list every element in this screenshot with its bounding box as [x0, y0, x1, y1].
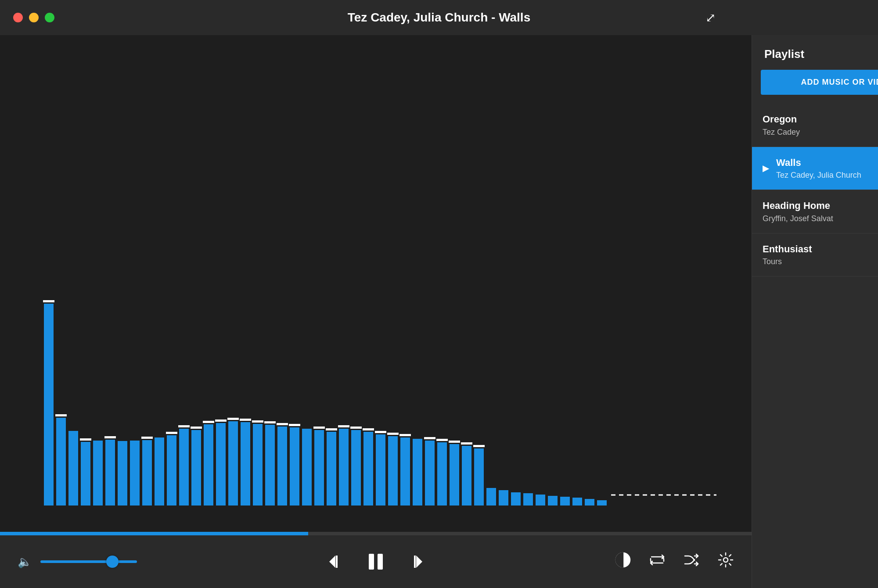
playlist-item-info: EnthusiastTours: [763, 243, 878, 267]
bar-32: [437, 442, 447, 506]
playlist-header: Playlist: [752, 35, 878, 70]
bar-38: [511, 492, 521, 506]
bar-6: [118, 441, 127, 506]
bar-39: [523, 493, 533, 506]
bar-marker: [399, 434, 411, 436]
bar-7: [130, 441, 140, 506]
theme-button[interactable]: [615, 552, 631, 572]
expand-icon[interactable]: ⤢: [705, 11, 716, 25]
player-area: 🔈: [0, 35, 752, 588]
bar-marker: [387, 433, 399, 435]
volume-slider[interactable]: [40, 560, 137, 563]
svg-marker-1: [329, 556, 335, 568]
bar-26: [363, 432, 373, 506]
add-music-button[interactable]: ADD MUSIC OR VIDEOS: [761, 70, 878, 95]
playlist-item-1[interactable]: OregonTez Cadey✕: [752, 104, 878, 147]
bar-marker: [166, 432, 177, 434]
bar-37: [499, 490, 508, 506]
bar-16: [241, 422, 250, 506]
bar-marker: [203, 421, 214, 423]
progress-bar[interactable]: [0, 532, 752, 535]
bar-12: [191, 430, 201, 506]
bar-24: [339, 429, 349, 506]
maximize-button[interactable]: [45, 13, 54, 22]
volume-icon[interactable]: 🔈: [18, 555, 32, 569]
bar-34: [462, 446, 471, 506]
bar-28: [388, 436, 398, 506]
bar-marker: [178, 425, 190, 427]
playlist-sidebar: Playlist ADD MUSIC OR VIDEOS OregonTez C…: [752, 35, 878, 588]
bar-44: [585, 499, 594, 506]
svg-rect-3: [369, 554, 374, 570]
bar-23: [327, 432, 336, 506]
playlist-item-title: Enthusiast: [763, 243, 878, 256]
bar-10: [167, 435, 176, 506]
bar-marker: [227, 418, 239, 420]
bar-marker: [215, 419, 227, 422]
right-controls: [615, 552, 734, 572]
playlist-items: OregonTez Cadey✕▶WallsTez Cadey, Julia C…: [752, 104, 878, 588]
playlist-item-title: Oregon: [763, 113, 878, 126]
bar-36: [486, 488, 496, 506]
bar-marker: [363, 428, 374, 430]
bar-marker: [80, 438, 91, 441]
bar-29: [400, 437, 410, 506]
pause-button[interactable]: [366, 552, 385, 571]
bar-30: [413, 439, 422, 506]
bar-21: [302, 429, 312, 506]
controls-bar: 🔈: [0, 535, 752, 588]
svg-rect-2: [336, 556, 338, 568]
volume-thumb: [106, 556, 119, 568]
progress-fill: [0, 532, 308, 535]
bar-8: [142, 440, 152, 506]
playlist-item-info: Heading HomeGryffin, Josef Salvat: [763, 200, 878, 223]
svg-rect-4: [378, 554, 383, 570]
bar-marker: [43, 300, 54, 302]
settings-button[interactable]: [717, 552, 734, 572]
minimize-button[interactable]: [29, 13, 39, 22]
playlist-item-artist: Gryffin, Josef Salvat: [763, 214, 878, 223]
previous-button[interactable]: [328, 554, 344, 570]
bar-marker: [326, 428, 337, 430]
shuffle-button[interactable]: [683, 552, 700, 572]
bar-22: [314, 430, 324, 506]
bar-marker: [449, 441, 460, 443]
playlist-item-artist: Tours: [763, 257, 878, 266]
bar-33: [450, 444, 459, 506]
bar-1: [56, 418, 66, 506]
bar-45: [597, 500, 607, 506]
bar-0: [44, 304, 54, 506]
svg-marker-5: [416, 556, 422, 568]
bar-17: [253, 424, 263, 506]
visualizer: [0, 35, 752, 532]
playlist-item-4[interactable]: EnthusiastTours✕: [752, 233, 878, 277]
bar-19: [277, 427, 287, 506]
close-button[interactable]: [13, 13, 23, 22]
bar-40: [536, 495, 545, 506]
playlist-item-artist: Tez Cadey: [763, 128, 878, 137]
bar-marker: [424, 437, 435, 439]
bar-marker: [375, 431, 386, 433]
bar-marker: [436, 439, 448, 441]
playlist-item-2[interactable]: ▶WallsTez Cadey, Julia Church✕: [752, 147, 878, 190]
bar-marker: [338, 425, 349, 427]
track-title: Tez Cadey, Julia Church - Walls: [348, 11, 530, 25]
main-content: 🔈: [0, 35, 878, 588]
bar-marker: [313, 427, 325, 429]
playlist-item-3[interactable]: Heading HomeGryffin, Josef Salvat✕: [752, 190, 878, 233]
bar-15: [228, 421, 238, 506]
playlist-item-info: WallsTez Cadey, Julia Church: [776, 157, 878, 180]
window-controls: [13, 13, 54, 22]
playlist-item-title: Heading Home: [763, 200, 878, 212]
bar-marker: [350, 427, 362, 429]
bar-3: [81, 442, 90, 506]
repeat-button[interactable]: [649, 552, 666, 572]
now-playing-icon: ▶: [763, 163, 769, 173]
next-button[interactable]: [407, 554, 423, 570]
bar-31: [425, 441, 435, 506]
bar-marker: [240, 419, 251, 421]
playlist-item-artist: Tez Cadey, Julia Church: [776, 171, 878, 180]
title-bar: Tez Cadey, Julia Church - Walls ⤢: [0, 0, 878, 35]
bar-marker: [289, 424, 300, 426]
bar-18: [265, 425, 275, 506]
